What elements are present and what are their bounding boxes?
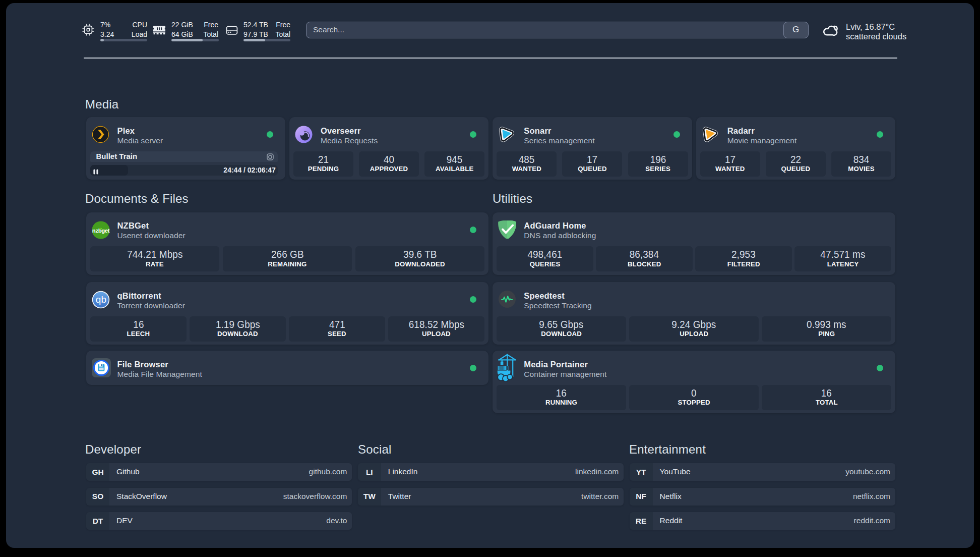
svg-text:qb: qb bbox=[95, 294, 106, 305]
svg-text:nzbget: nzbget bbox=[92, 227, 109, 233]
